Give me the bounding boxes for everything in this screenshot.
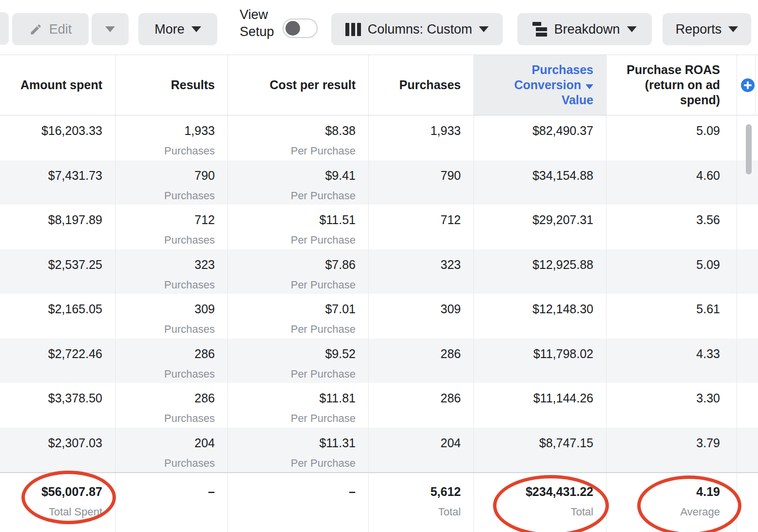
roas-value: 5.61 — [696, 302, 720, 316]
results-value: 286 — [194, 391, 215, 405]
view-setup-line1: View — [240, 6, 274, 23]
cell-purchases: 286 — [369, 339, 474, 383]
column-header-results[interactable]: Results — [115, 55, 228, 115]
results-sublabel: Purchases — [164, 412, 215, 425]
cell-purchases: 1,933 — [369, 115, 474, 160]
column-header-purchases_conversion_value[interactable]: PurchasesConversionValue — [474, 55, 606, 115]
results-value: 790 — [194, 169, 215, 183]
cell-purchases: 790 — [369, 160, 474, 205]
cell-amount_spent: $7,431.73 — [0, 160, 115, 205]
cell-results: 286Purchases — [115, 383, 228, 428]
conversion_value-value: $34,154.88 — [532, 169, 593, 183]
table-row[interactable]: $16,203.331,933Purchases$8.38Per Purchas… — [0, 115, 758, 160]
cost_per_result-value: $7.86 — [325, 258, 356, 272]
cell-cost_per_result: $9.41Per Purchase — [228, 160, 369, 205]
cell-conversion_value: $82,490.37 — [474, 115, 606, 160]
edit-dropdown-button[interactable] — [92, 13, 129, 45]
ads-manager-screen: Edit More View Setup Columns: Custom Bre… — [0, 0, 758, 532]
cell-purchases: 309 — [369, 294, 474, 339]
column-header-cost_per_result[interactable]: Cost per result — [228, 55, 369, 115]
add-column-icon[interactable] — [741, 78, 755, 92]
column-header-amount_spent[interactable]: Amount spent — [0, 55, 115, 115]
conversion_value-value: $8,747.15 — [539, 436, 593, 450]
totals-cell-results: – — [115, 473, 228, 532]
table-body: $16,203.331,933Purchases$8.38Per Purchas… — [0, 115, 758, 472]
cell-cost_per_result: $11.51Per Purchase — [228, 205, 369, 249]
amount_spent-value: $2,165.05 — [48, 302, 102, 316]
table-row[interactable]: $8,197.89712Purchases$11.51Per Purchase7… — [0, 205, 758, 249]
cell-cost_per_result: $7.01Per Purchase — [228, 294, 369, 339]
chevron-down-icon — [105, 26, 115, 32]
cost_per_result-value: $7.01 — [325, 302, 356, 316]
amount_spent-value: $2,307.03 — [48, 436, 102, 450]
results-sublabel: Purchases — [164, 190, 215, 202]
cell-amount_spent: $2,537.25 — [0, 249, 115, 294]
conversion_value-value: $12,925.88 — [532, 258, 593, 272]
edit-button[interactable]: Edit — [12, 13, 89, 45]
purchases-value: 286 — [440, 347, 461, 361]
scrollbar-thumb[interactable] — [746, 124, 752, 174]
cost_per_result-value: $11.31 — [319, 436, 356, 450]
cost_per_result-sublabel: Per Purchase — [291, 190, 356, 202]
more-button[interactable]: More — [138, 13, 217, 45]
reports-button[interactable]: Reports — [663, 13, 751, 45]
partial-toolbar-button[interactable] — [0, 12, 9, 45]
cell-results: 286Purchases — [115, 339, 228, 383]
table-row[interactable]: $3,378.50286Purchases$11.81Per Purchase2… — [0, 383, 758, 428]
roas-value: 3.79 — [696, 436, 720, 450]
cost_per_result-sublabel: Per Purchase — [291, 145, 356, 157]
totals-cost-dash: – — [349, 485, 356, 499]
purchases-value: 712 — [440, 213, 461, 227]
totals-results-dash: – — [208, 485, 215, 499]
cell-roas: 5.09 — [606, 115, 737, 160]
results-sublabel: Purchases — [164, 323, 215, 336]
table-row[interactable]: $2,722.46286Purchases$9.52Per Purchase28… — [0, 339, 758, 383]
view-setup-toggle[interactable] — [283, 19, 318, 38]
results-value: 1,933 — [184, 124, 215, 138]
cell-conversion_value: $29,207.31 — [474, 205, 606, 249]
results-sublabel: Purchases — [164, 234, 215, 247]
cell-cost_per_result: $9.52Per Purchase — [228, 339, 369, 383]
results-value: 323 — [194, 258, 215, 272]
more-label: More — [154, 22, 185, 37]
column-header-purchases[interactable]: Purchases — [369, 55, 474, 115]
annotation-ellipse-conversion-total — [493, 475, 609, 532]
column-header-purchase_roas[interactable]: Purchase ROAS (return on ad spend) — [606, 55, 737, 115]
cell-purchases: 204 — [369, 428, 474, 473]
breakdown-label: Breakdown — [554, 22, 620, 37]
cell-roas: 4.33 — [606, 339, 737, 383]
chevron-down-icon — [627, 26, 637, 32]
purchases-value: 204 — [440, 436, 461, 450]
results-sublabel: Purchases — [164, 457, 215, 470]
columns-button[interactable]: Columns: Custom — [331, 13, 503, 45]
breakdown-button[interactable]: Breakdown — [517, 13, 652, 45]
conversion_value-value: $11,798.02 — [533, 347, 593, 361]
amount_spent-value: $7,431.73 — [48, 169, 102, 183]
cell-results: 204Purchases — [115, 428, 228, 473]
chevron-down-icon — [191, 26, 201, 32]
cost_per_result-value: $9.41 — [325, 169, 356, 183]
amount_spent-value: $8,197.89 — [48, 213, 102, 227]
table-row[interactable]: $2,165.05309Purchases$7.01Per Purchase30… — [0, 294, 758, 339]
purchases-value: 309 — [440, 302, 461, 316]
cost_per_result-value: $9.52 — [325, 347, 356, 361]
table-header-row: Amount spentResultsCost per resultPurcha… — [0, 55, 758, 115]
table-row[interactable]: $2,307.03204Purchases$11.31Per Purchase2… — [0, 428, 758, 473]
cell-amount_spent: $8,197.89 — [0, 205, 115, 249]
view-setup-line2: Setup — [240, 23, 274, 40]
cell-amount_spent: $2,165.05 — [0, 294, 115, 339]
roas-value: 4.33 — [696, 347, 720, 361]
row-filler-cell — [737, 339, 758, 383]
cell-roas: 4.60 — [606, 160, 737, 205]
columns-label: Columns: Custom — [368, 22, 473, 37]
view-setup-label: View Setup — [240, 6, 274, 40]
cost_per_result-value: $11.51 — [319, 213, 356, 227]
results-value: 286 — [194, 347, 215, 361]
table-row[interactable]: $7,431.73790Purchases$9.41Per Purchase79… — [0, 160, 758, 205]
table-row[interactable]: $2,537.25323Purchases$7.86Per Purchase32… — [0, 249, 758, 294]
breakdown-icon — [532, 22, 547, 37]
cell-amount_spent: $2,307.03 — [0, 428, 115, 473]
cell-results: 1,933Purchases — [115, 115, 228, 160]
cell-results: 323Purchases — [115, 249, 228, 294]
conversion_value-value: $82,490.37 — [532, 124, 593, 138]
